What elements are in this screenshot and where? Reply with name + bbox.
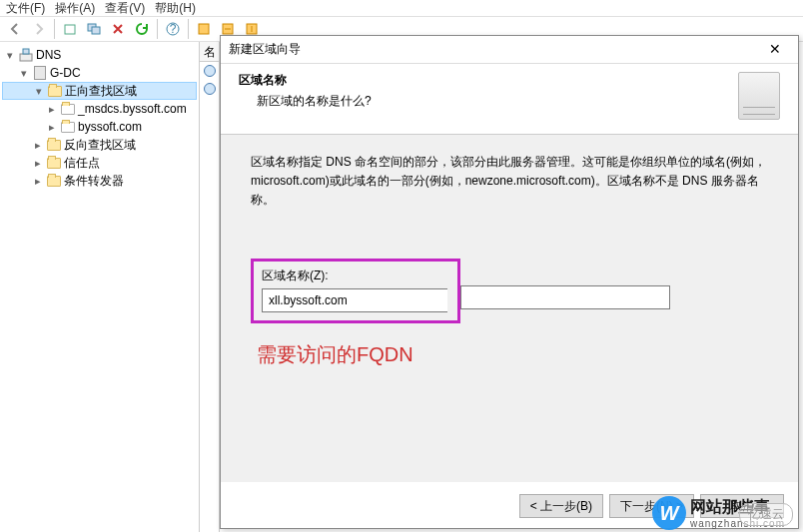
svg-rect-9	[23, 49, 29, 54]
dialog-title: 新建区域向导	[229, 41, 301, 58]
dialog-subheading: 新区域的名称是什么?	[257, 93, 372, 110]
list-column: 名	[200, 42, 220, 532]
tree-forward-zones[interactable]: ▾正向查找区域	[2, 82, 197, 100]
annotation-text: 需要访问的FQDN	[257, 341, 768, 368]
zone-name-input[interactable]	[262, 288, 447, 312]
svg-rect-8	[20, 54, 32, 61]
help-icon[interactable]: ?	[162, 18, 184, 40]
back-icon[interactable]	[4, 18, 26, 40]
server-icon	[738, 72, 780, 120]
delete-icon[interactable]	[107, 18, 129, 40]
refresh-icon[interactable]	[131, 18, 153, 40]
list-item[interactable]	[200, 80, 219, 98]
add-icon[interactable]	[59, 18, 81, 40]
menu-bar: 文件(F) 操作(A) 查看(V) 帮助(H)	[0, 0, 803, 16]
tree-reverse-zones[interactable]: ▸反向查找区域	[2, 136, 197, 154]
next-button[interactable]: 下一步(N) >	[609, 494, 694, 518]
forward-icon[interactable]	[28, 18, 50, 40]
tree-panel: ▾DNS ▾G-DC ▾正向查找区域 ▸_msdcs.byssoft.com ▸…	[0, 42, 200, 532]
tree-zone-byssoft[interactable]: ▸byssoft.com	[2, 118, 197, 136]
tree-server[interactable]: ▾G-DC	[2, 64, 197, 82]
menu-view[interactable]: 查看(V)	[105, 0, 145, 17]
dialog-description: 区域名称指定 DNS 命名空间的部分，该部分由此服务器管理。这可能是你组织单位的…	[251, 153, 768, 211]
tree-root-dns[interactable]: ▾DNS	[2, 46, 197, 64]
wizard-dialog: 新建区域向导 ✕ 区域名称 新区域的名称是什么? 区域名称指定 DNS 命名空间…	[220, 35, 799, 529]
zone-name-input-ext[interactable]	[460, 285, 670, 309]
svg-rect-5	[199, 24, 209, 34]
close-icon[interactable]: ✕	[760, 40, 790, 60]
dialog-titlebar: 新建区域向导 ✕	[221, 36, 798, 64]
list-item[interactable]	[200, 62, 219, 80]
tool1-icon[interactable]	[193, 18, 215, 40]
menu-file[interactable]: 文件(F)	[6, 0, 45, 17]
svg-rect-0	[65, 25, 75, 34]
back-button[interactable]: < 上一步(B)	[519, 494, 603, 518]
tree-zone-msdcs[interactable]: ▸_msdcs.byssoft.com	[2, 100, 197, 118]
window-icon[interactable]	[83, 18, 105, 40]
tree-trust-points[interactable]: ▸信任点	[2, 154, 197, 172]
tree-conditional-fwd[interactable]: ▸条件转发器	[2, 172, 197, 190]
zone-name-highlight: 区域名称(Z):	[251, 259, 460, 323]
menu-action[interactable]: 操作(A)	[55, 0, 95, 17]
svg-rect-2	[92, 27, 100, 34]
zone-name-label: 区域名称(Z):	[262, 267, 449, 284]
svg-text:?: ?	[170, 22, 177, 36]
watermark-yisu: 亿速云	[739, 503, 793, 526]
menu-help[interactable]: 帮助(H)	[155, 0, 196, 17]
dialog-heading: 区域名称	[239, 72, 372, 89]
list-header[interactable]: 名	[200, 42, 219, 62]
